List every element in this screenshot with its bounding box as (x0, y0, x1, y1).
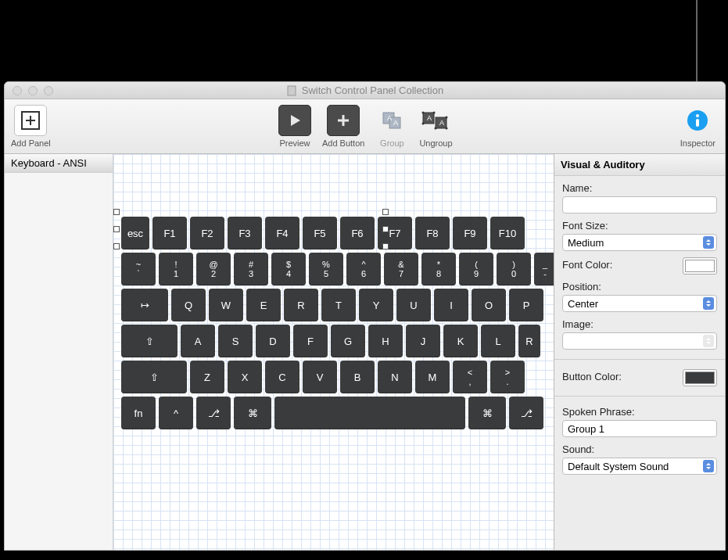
sidebar-item-keyboard[interactable]: Keyboard - ANSI (5, 154, 113, 173)
key-9[interactable]: (9 (459, 253, 493, 285)
key-backtick[interactable]: ~` (121, 253, 156, 285)
key-f8[interactable]: F8 (415, 217, 450, 249)
position-select[interactable]: Center (562, 295, 717, 312)
window-title: Switch Control Panel Collection (302, 84, 443, 96)
key-r[interactable]: R (284, 289, 318, 321)
key-i[interactable]: I (434, 289, 468, 321)
key-f4[interactable]: F4 (265, 217, 299, 249)
key-7[interactable]: &7 (384, 253, 418, 285)
key-1[interactable]: !1 (159, 253, 193, 285)
key-f9[interactable]: F9 (453, 217, 487, 249)
close-window-button[interactable] (13, 86, 22, 95)
key-e[interactable]: E (246, 289, 281, 321)
key-f1[interactable]: F1 (152, 217, 187, 249)
key-f6[interactable]: F6 (340, 217, 375, 249)
key-p[interactable]: P (509, 289, 543, 321)
key-w[interactable]: W (209, 289, 243, 321)
svg-point-19 (446, 127, 448, 130)
key-n[interactable]: N (378, 361, 412, 393)
ungroup-icon: AA (421, 109, 450, 131)
divider (554, 359, 725, 360)
keyboard-row-fn: esc F1 F2 F3 F4 F5 F6 F7 F8 F9 F10 (121, 217, 554, 249)
key-5[interactable]: %5 (309, 253, 343, 285)
key-command-right[interactable]: ⌘ (468, 397, 506, 429)
title-bar: Switch Control Panel Collection (5, 82, 725, 99)
group-icon: AA (380, 109, 403, 131)
key-f10[interactable]: F10 (490, 217, 525, 249)
key-r-edge[interactable]: R (518, 325, 540, 357)
key-4[interactable]: $4 (271, 253, 306, 285)
minimize-window-button[interactable] (28, 86, 38, 95)
spoken-phrase-label: Spoken Phrase: (562, 406, 717, 418)
name-field[interactable] (562, 196, 717, 214)
add-button-button[interactable] (327, 105, 360, 136)
add-panel-button[interactable] (14, 105, 47, 136)
key-b[interactable]: B (340, 361, 375, 393)
key-j[interactable]: J (406, 325, 440, 357)
key-shift-left[interactable]: ⇧ (121, 361, 187, 393)
group-button[interactable]: AA (375, 105, 408, 136)
spoken-phrase-field[interactable] (562, 420, 717, 437)
key-option-left[interactable]: ⎇ (196, 397, 231, 429)
key-6[interactable]: ^6 (346, 253, 381, 285)
editor-canvas[interactable]: esc F1 F2 F3 F4 F5 F6 F7 F8 F9 F10 ~` !1… (113, 154, 554, 551)
key-c[interactable]: C (265, 361, 299, 393)
key-0[interactable]: )0 (497, 253, 531, 285)
key-a[interactable]: A (181, 325, 215, 357)
key-f7[interactable]: F7 (378, 217, 412, 249)
key-l[interactable]: L (481, 325, 515, 357)
group-label: Group (380, 138, 404, 148)
key-g[interactable]: G (331, 325, 365, 357)
key-z[interactable]: Z (190, 361, 224, 393)
ungroup-button[interactable]: AA (419, 105, 452, 136)
key-comma[interactable]: <, (453, 361, 487, 393)
button-color-well[interactable] (683, 369, 717, 386)
key-fn[interactable]: fn (121, 397, 156, 429)
key-x[interactable]: X (228, 361, 262, 393)
key-capslock[interactable]: ⇧ (121, 325, 178, 357)
key-f[interactable]: F (293, 325, 328, 357)
key-minus[interactable]: _- (534, 253, 554, 285)
svg-text:A: A (439, 119, 444, 127)
keyboard-panel[interactable]: esc F1 F2 F3 F4 F5 F6 F7 F8 F9 F10 ~` !1… (121, 217, 554, 433)
key-k[interactable]: K (443, 325, 478, 357)
key-y[interactable]: Y (359, 289, 393, 321)
font-color-well[interactable] (683, 257, 717, 275)
key-f3[interactable]: F3 (228, 217, 262, 249)
zoom-window-button[interactable] (44, 86, 53, 95)
key-u[interactable]: U (396, 289, 431, 321)
font-size-select[interactable]: Medium (562, 234, 717, 251)
key-option-right[interactable]: ⎇ (509, 397, 543, 429)
key-o[interactable]: O (472, 289, 506, 321)
key-esc[interactable]: esc (121, 217, 149, 249)
key-command-left[interactable]: ⌘ (234, 397, 271, 429)
name-label: Name: (562, 182, 717, 194)
key-d[interactable]: D (256, 325, 290, 357)
key-m[interactable]: M (415, 361, 450, 393)
image-select[interactable] (562, 332, 717, 350)
key-v[interactable]: V (303, 361, 337, 393)
key-8[interactable]: *8 (421, 253, 456, 285)
sound-select[interactable]: Default System Sound (562, 458, 717, 475)
key-period[interactable]: >. (490, 361, 525, 393)
inspector-button[interactable] (681, 105, 714, 136)
key-s[interactable]: S (218, 325, 253, 357)
keyboard-row-num: ~` !1 @2 #3 $4 %5 ^6 &7 *8 (9 )0 _- (121, 253, 554, 285)
key-2[interactable]: @2 (196, 253, 231, 285)
info-icon (686, 109, 709, 132)
chevron-updown-icon (703, 460, 714, 472)
key-ctrl[interactable]: ^ (159, 397, 193, 429)
key-t[interactable]: T (321, 289, 356, 321)
key-h[interactable]: H (368, 325, 403, 357)
key-f2[interactable]: F2 (190, 217, 224, 249)
preview-button[interactable] (278, 105, 311, 136)
key-3[interactable]: #3 (234, 253, 268, 285)
add-panel-label: Add Panel (11, 138, 51, 148)
key-space[interactable] (274, 397, 465, 429)
button-color-swatch (685, 372, 715, 384)
svg-point-17 (422, 123, 425, 125)
key-tab[interactable]: ↦ (121, 289, 168, 321)
panel-editor-window: Switch Control Panel Collection Add Pane… (4, 81, 726, 551)
key-f5[interactable]: F5 (303, 217, 337, 249)
key-q[interactable]: Q (171, 289, 206, 321)
